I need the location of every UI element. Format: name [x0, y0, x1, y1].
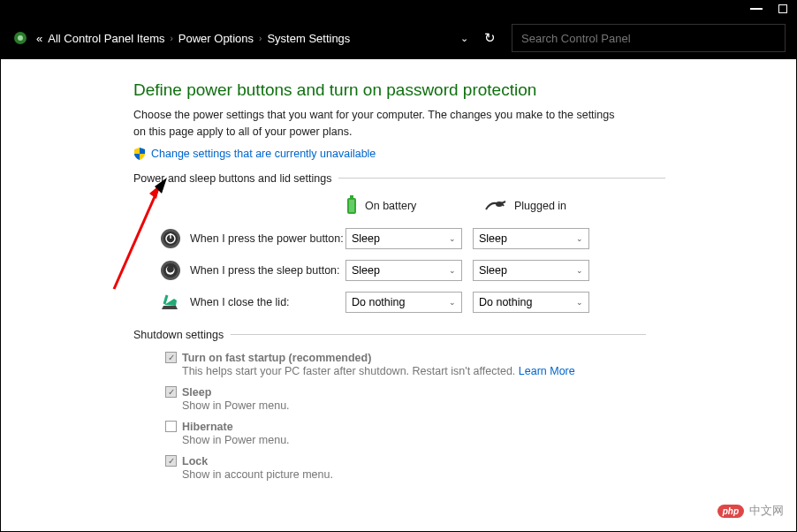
- plugged-in-label: Plugged in: [514, 200, 566, 212]
- power-button-battery-select[interactable]: Sleep⌄: [345, 228, 462, 249]
- sleep-desc: Show in Power menu.: [182, 399, 796, 412]
- breadcrumb-item[interactable]: Power Options: [178, 32, 254, 45]
- breadcrumb[interactable]: « All Control Panel Items › Power Option…: [36, 32, 350, 45]
- breadcrumb-item[interactable]: System Settings: [267, 32, 350, 45]
- learn-more-link[interactable]: Learn More: [519, 365, 575, 377]
- sleep-button-icon: [160, 260, 181, 281]
- breadcrumb-item[interactable]: All Control Panel Items: [48, 32, 164, 45]
- svg-point-1: [18, 35, 23, 41]
- chevron-right-icon: ›: [170, 34, 172, 43]
- maximize-button[interactable]: [778, 4, 787, 13]
- fast-startup-item: Turn on fast startup (recommended) This …: [165, 352, 796, 377]
- watermark-badge: php: [717, 505, 744, 518]
- search-input[interactable]: [512, 24, 786, 52]
- lid-plugged-select[interactable]: Do nothing⌄: [473, 292, 589, 313]
- power-button-row: When I press the power button: Sleep⌄ Sl…: [160, 228, 796, 249]
- power-button-label: When I press the power button:: [190, 232, 345, 245]
- svg-line-12: [114, 185, 160, 289]
- lid-row: When I close the lid: Do nothing⌄ Do not…: [160, 292, 796, 313]
- svg-point-5: [496, 201, 503, 207]
- power-button-plugged-select[interactable]: Sleep⌄: [473, 228, 589, 249]
- refresh-icon[interactable]: ↻: [484, 30, 496, 46]
- control-panel-icon: [11, 29, 29, 47]
- sleep-button-battery-select[interactable]: Sleep⌄: [345, 260, 462, 281]
- content-area: Define power buttons and turn on passwor…: [1, 59, 796, 531]
- sleep-checkbox[interactable]: [165, 386, 177, 398]
- plug-icon: [484, 199, 507, 214]
- lid-battery-select[interactable]: Do nothing⌄: [345, 292, 462, 313]
- svg-marker-13: [149, 185, 160, 199]
- fast-startup-desc: This helps start your PC faster after sh…: [182, 365, 796, 377]
- titlebar: [1, 1, 796, 17]
- hibernate-label: Hibernate: [182, 421, 233, 433]
- sleep-button-label: When I press the sleep button:: [190, 264, 345, 277]
- sleep-item: Sleep Show in Power menu.: [165, 386, 796, 412]
- hibernate-checkbox[interactable]: [165, 421, 177, 432]
- chevron-right-icon: ›: [259, 34, 262, 43]
- hibernate-desc: Show in Power menu.: [182, 434, 796, 446]
- navbar: « All Control Panel Items › Power Option…: [1, 17, 796, 59]
- fast-startup-label: Turn on fast startup (recommended): [182, 352, 371, 364]
- lid-label: When I close the lid:: [190, 296, 345, 308]
- lock-label: Lock: [182, 455, 208, 467]
- battery-icon: [345, 195, 358, 217]
- lid-icon: [160, 292, 181, 313]
- shutdown-section-heading: Shutdown settings: [133, 329, 796, 341]
- lock-item: Lock Show in account picture menu.: [165, 455, 796, 481]
- svg-rect-4: [349, 200, 354, 212]
- breadcrumb-prefix: «: [36, 32, 42, 45]
- hibernate-item: Hibernate Show in Power menu.: [165, 421, 796, 446]
- on-battery-label: On battery: [365, 200, 416, 212]
- watermark: php 中文网: [717, 503, 784, 519]
- change-settings-link[interactable]: Change settings that are currently unava…: [151, 148, 376, 160]
- shield-icon: [133, 148, 146, 160]
- watermark-text: 中文网: [749, 503, 784, 519]
- sleep-button-row: When I press the sleep button: Sleep⌄ Sl…: [160, 260, 796, 281]
- sleep-label: Sleep: [182, 386, 211, 399]
- chevron-down-icon[interactable]: ⌄: [460, 33, 468, 44]
- svg-rect-2: [350, 195, 353, 198]
- lock-desc: Show in account picture menu.: [182, 468, 796, 481]
- power-section-heading: Power and sleep buttons and lid settings: [133, 172, 796, 185]
- svg-point-11: [163, 263, 178, 277]
- page-title: Define power buttons and turn on passwor…: [133, 80, 796, 100]
- fast-startup-checkbox[interactable]: [165, 352, 177, 363]
- sleep-button-plugged-select[interactable]: Sleep⌄: [473, 260, 589, 281]
- lock-checkbox[interactable]: [165, 455, 177, 467]
- minimize-button[interactable]: [750, 8, 763, 10]
- power-button-icon: [160, 228, 181, 249]
- page-description: Choose the power settings that you want …: [133, 107, 628, 141]
